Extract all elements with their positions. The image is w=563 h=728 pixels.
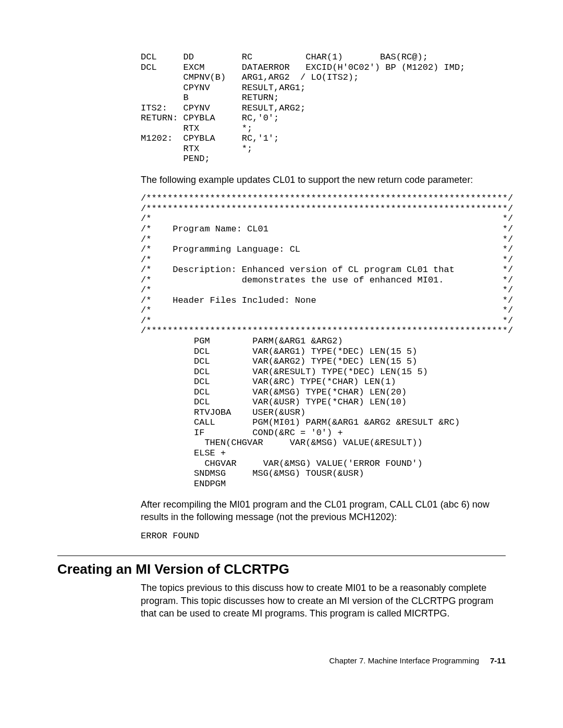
- page: DCL DD RC CHAR(1) BAS(RC@); DCL EXCM DAT…: [0, 0, 563, 707]
- paragraph-recompile: After recompiling the MI01 program and t…: [141, 498, 506, 524]
- section-divider: [57, 556, 506, 556]
- code-block-2: /***************************************…: [141, 193, 506, 489]
- section-body-indent: The topics previous to this discuss how …: [141, 582, 506, 620]
- page-footer: Chapter 7. Machine Interface Programming…: [57, 656, 506, 665]
- section-heading: Creating an MI Version of CLCRTPG: [57, 561, 506, 577]
- footer-chapter-label: Chapter 7. Machine Interface Programming: [329, 656, 479, 665]
- footer-page-number: 7-11: [490, 656, 506, 665]
- content-indent: DCL DD RC CHAR(1) BAS(RC@); DCL EXCM DAT…: [141, 52, 506, 541]
- paragraph-section: The topics previous to this discuss how …: [141, 582, 506, 620]
- paragraph-intro-cl01: The following example updates CL01 to su…: [141, 174, 506, 186]
- code-block-3: ERROR FOUND: [141, 531, 506, 541]
- code-block-1: DCL DD RC CHAR(1) BAS(RC@); DCL EXCM DAT…: [141, 52, 506, 164]
